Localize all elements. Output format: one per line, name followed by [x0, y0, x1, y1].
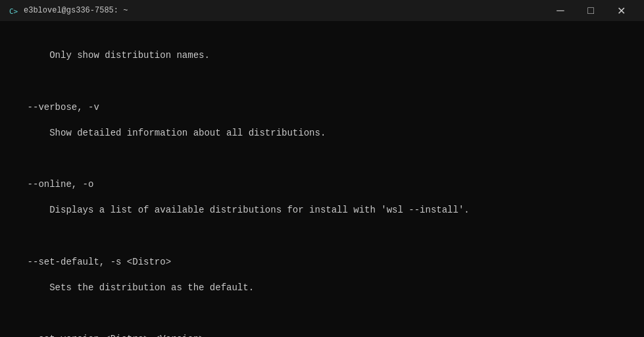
terminal-line: Show detailed information about all dist…: [5, 127, 639, 140]
maximize-button[interactable]: □: [576, 0, 606, 21]
terminal-line: --verbose, -v: [5, 101, 639, 115]
terminal-line: Displays a list of available distributio…: [5, 204, 639, 217]
terminal-line: [5, 307, 639, 321]
terminal-line: --set-default, -s <Distro>: [5, 256, 639, 269]
title-bar: C> e3blovel@gs336-7585: ~ ─ □ ✕: [0, 0, 644, 21]
window-title: e3blovel@gs336-7585: ~: [24, 6, 128, 15]
title-bar-left: C> e3blovel@gs336-7585: ~: [8, 5, 128, 16]
terminal-line: Sets the distribution as the default.: [5, 282, 639, 295]
terminal-line: --set-version <Distro> <Version>: [5, 333, 639, 337]
close-button[interactable]: ✕: [606, 0, 636, 21]
window: C> e3blovel@gs336-7585: ~ ─ □ ✕ Only sho…: [0, 0, 644, 337]
window-controls: ─ □ ✕: [545, 0, 636, 21]
terminal-line: [5, 153, 639, 166]
minimize-button[interactable]: ─: [545, 0, 576, 21]
terminal-line: --online, -o: [5, 178, 639, 192]
terminal-line: [5, 75, 639, 88]
terminal-icon: C>: [8, 5, 18, 16]
terminal-body[interactable]: Only show distribution names. --verbose,…: [0, 21, 644, 337]
terminal-line: [5, 230, 639, 244]
svg-text:C>: C>: [9, 7, 18, 16]
terminal-line: Only show distribution names.: [5, 49, 639, 63]
